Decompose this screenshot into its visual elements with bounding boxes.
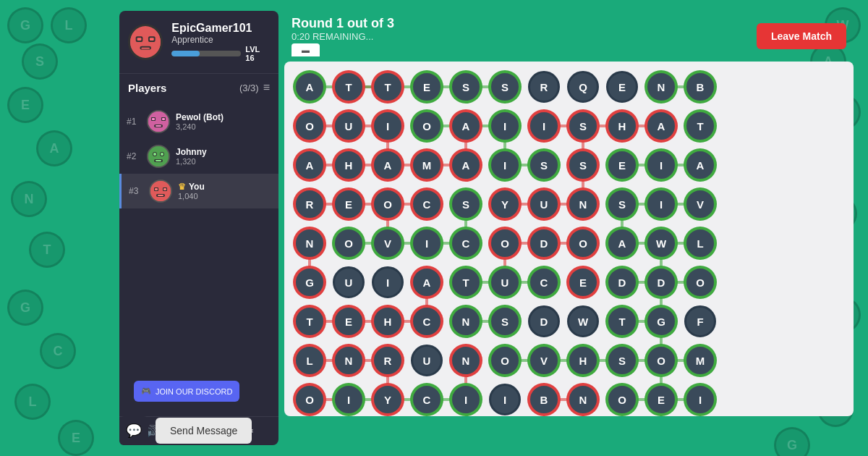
letter-cell[interactable]: C (409, 381, 445, 416)
letter-cell[interactable]: O (565, 225, 601, 261)
letter-cell[interactable]: T (292, 303, 328, 339)
letter-cell[interactable]: I (682, 381, 718, 416)
letter-cell[interactable]: U (331, 108, 367, 144)
letter-cell[interactable]: N (448, 342, 484, 379)
letter-cell[interactable]: S (448, 186, 484, 222)
letter-cell[interactable]: A (448, 147, 484, 183)
letter-cell[interactable]: S (487, 69, 523, 105)
letter-cell[interactable]: M (682, 342, 718, 379)
letter-cell[interactable]: M (409, 147, 445, 183)
game-board[interactable]: ATTESSRQENBOUIOAIISHATAHAMAISSEIAREOCSYU… (284, 62, 854, 416)
letter-cell[interactable]: T (682, 108, 718, 144)
letter-cell[interactable]: T (604, 303, 640, 339)
letter-cell[interactable]: U (526, 186, 562, 222)
letter-cell[interactable]: S (448, 69, 484, 105)
letter-cell[interactable]: T (448, 264, 484, 300)
letter-cell[interactable]: D (643, 264, 679, 300)
letter-cell[interactable]: V (370, 225, 406, 261)
letter-cell[interactable]: W (643, 225, 679, 261)
letter-cell[interactable]: S (565, 108, 601, 144)
letter-cell[interactable]: O (604, 381, 640, 416)
letter-cell[interactable]: Y (487, 186, 523, 222)
letter-cell[interactable]: A (409, 264, 445, 300)
filter-icon[interactable]: ≡ (263, 81, 270, 94)
letter-cell[interactable]: L (292, 342, 328, 379)
letter-cell[interactable]: S (565, 147, 601, 183)
letter-cell[interactable]: R (292, 186, 328, 222)
player-item-you[interactable]: #3 ♛You 1,040 (119, 174, 278, 208)
letter-cell[interactable]: I (487, 147, 523, 183)
letter-cell[interactable]: E (331, 303, 367, 339)
letter-cell[interactable]: N (643, 69, 679, 105)
letter-cell[interactable]: I (643, 186, 679, 222)
letter-cell[interactable]: S (604, 342, 640, 379)
letter-cell[interactable]: G (292, 264, 328, 300)
letter-cell[interactable]: I (370, 108, 406, 144)
player-item[interactable]: #1 Pewol (Bot) 3,240 (119, 104, 278, 139)
letter-cell[interactable]: E (409, 69, 445, 105)
send-message-button[interactable]: Send Message (156, 418, 252, 444)
letter-cell[interactable]: R (526, 69, 562, 105)
letter-cell[interactable]: N (292, 225, 328, 261)
leave-match-button[interactable]: Leave Match (757, 23, 846, 49)
letter-cell[interactable]: T (331, 69, 367, 105)
letter-cell[interactable]: O (487, 225, 523, 261)
letter-cell[interactable]: C (526, 264, 562, 300)
letter-cell[interactable]: I (331, 381, 367, 416)
letter-cell[interactable]: B (682, 69, 718, 105)
letter-cell[interactable]: A (604, 225, 640, 261)
letter-cell[interactable]: A (292, 69, 328, 105)
letter-cell[interactable]: F (682, 303, 718, 339)
letter-cell[interactable]: U (409, 342, 445, 379)
letter-cell[interactable]: O (331, 225, 367, 261)
letter-cell[interactable]: G (643, 303, 679, 339)
letter-cell[interactable]: H (604, 108, 640, 144)
letter-cell[interactable]: I (448, 381, 484, 416)
letter-cell[interactable]: I (370, 264, 406, 300)
letter-cell[interactable]: Q (565, 69, 601, 105)
letter-cell[interactable]: Y (370, 381, 406, 416)
letter-cell[interactable]: O (487, 342, 523, 379)
letter-cell[interactable]: I (409, 225, 445, 261)
letter-cell[interactable]: A (292, 147, 328, 183)
letter-cell[interactable]: S (604, 186, 640, 222)
letter-cell[interactable]: A (370, 147, 406, 183)
letter-cell[interactable]: N (565, 186, 601, 222)
letter-cell[interactable]: V (526, 342, 562, 379)
letter-cell[interactable]: H (370, 303, 406, 339)
letter-cell[interactable]: B (526, 381, 562, 416)
letter-cell[interactable]: I (526, 108, 562, 144)
letter-cell[interactable]: E (604, 69, 640, 105)
discord-button[interactable]: 🎮 JOIN OUR DISCORD (134, 381, 239, 402)
letter-cell[interactable]: A (643, 108, 679, 144)
letter-cell[interactable]: I (643, 147, 679, 183)
player-item[interactable]: #2 Johnny 1,320 (119, 139, 278, 174)
letter-cell[interactable]: V (682, 186, 718, 222)
letter-cell[interactable]: U (487, 264, 523, 300)
letter-cell[interactable]: H (331, 147, 367, 183)
letter-cell[interactable]: U (331, 264, 367, 300)
letter-cell[interactable]: E (643, 381, 679, 416)
letter-cell[interactable]: T (370, 69, 406, 105)
chat-button[interactable]: 💬 (119, 416, 148, 445)
letter-cell[interactable]: E (331, 186, 367, 222)
letter-cell[interactable]: D (526, 303, 562, 339)
letter-cell[interactable]: O (292, 108, 328, 144)
letter-cell[interactable]: I (487, 381, 523, 416)
letter-cell[interactable]: A (682, 147, 718, 183)
letter-cell[interactable]: O (409, 108, 445, 144)
letter-cell[interactable]: W (565, 303, 601, 339)
letter-cell[interactable]: D (526, 225, 562, 261)
letter-cell[interactable]: O (370, 186, 406, 222)
letter-cell[interactable]: O (643, 342, 679, 379)
letter-cell[interactable]: N (448, 303, 484, 339)
letter-cell[interactable]: S (487, 303, 523, 339)
letter-cell[interactable]: O (292, 381, 328, 416)
letter-cell[interactable]: C (448, 225, 484, 261)
letter-cell[interactable]: R (370, 342, 406, 379)
letter-cell[interactable]: N (331, 342, 367, 379)
letter-cell[interactable]: I (487, 108, 523, 144)
letter-cell[interactable]: D (604, 264, 640, 300)
letter-cell[interactable]: O (682, 264, 718, 300)
letter-cell[interactable]: E (604, 147, 640, 183)
